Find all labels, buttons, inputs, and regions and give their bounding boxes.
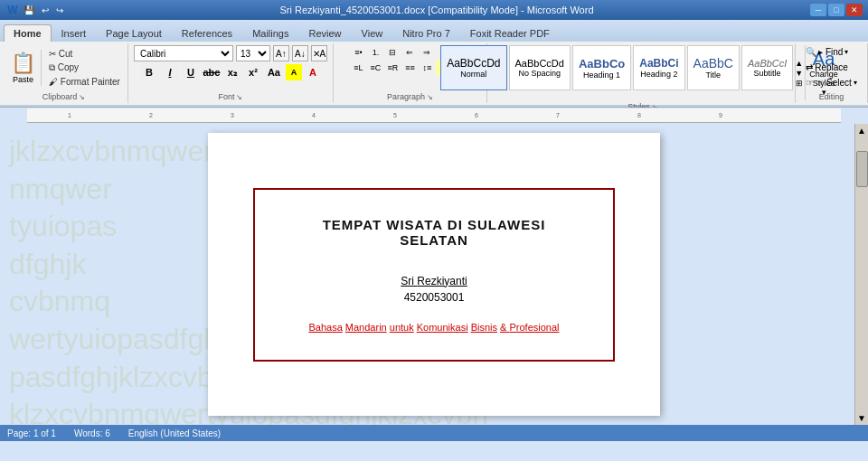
select-button[interactable]: ☞ ☞ Select ▾ [802,76,861,89]
minimize-button[interactable]: ─ [810,4,826,16]
tab-review[interactable]: Review [298,24,351,42]
styles-group: AaBbCcDd Normal AaBbCcDd No Spacing AaBb… [487,43,796,103]
subtitle-part-6: Profesional [509,322,559,333]
document-area[interactable]: jklzxcvbnmqwertyuiopasdfghjklzxcvb nmqwe… [0,124,868,425]
align-left-button[interactable]: ≡L [350,61,366,75]
quick-access-toolbar: 💾↩↪ [24,5,63,15]
horizontal-ruler: 1 2 3 4 5 6 7 8 9 [27,108,841,123]
highlight-color-button[interactable]: A [286,64,302,80]
justify-button[interactable]: ≡≡ [401,61,418,75]
style-title-preview: AaBbC [693,56,733,71]
document-page: TEMPAT WISATA DI SULAWESI SELATAN Sri Re… [208,133,660,416]
paste-icon: 📋 [11,52,35,75]
multilevel-button[interactable]: ⊟ [384,45,401,60]
italic-button[interactable]: I [161,63,179,81]
scrollbar-thumb[interactable] [856,151,868,187]
tab-insert[interactable]: Insert [52,24,97,42]
shrink-font-button[interactable]: A↓ [292,45,308,61]
ruler-area: 1 2 3 4 5 6 7 8 9 [0,108,868,124]
paragraph-expand-icon[interactable]: ↘ [427,93,433,101]
style-normal[interactable]: AaBbCcDd Normal [440,45,506,90]
font-expand-icon[interactable]: ↘ [236,93,242,101]
status-words: Words: 6 [74,428,110,438]
replace-button[interactable]: ⇄ Replace [802,61,852,74]
style-nospace-preview: AaBbCcDd [515,58,564,69]
find-arrow-icon: ▾ [844,48,848,56]
paste-button[interactable]: 📋 Paste [5,50,42,86]
tab-references[interactable]: References [172,24,242,42]
style-h1-preview: AaBbCo [579,57,625,71]
replace-icon: ⇄ [806,62,813,72]
font-row2: B I U abc x₂ x² Aa A A [140,63,321,81]
clear-format-button[interactable]: ✕A [311,45,327,61]
style-title[interactable]: AaBbC Title [687,45,740,90]
paste-label: Paste [13,75,33,84]
superscript-button[interactable]: x² [244,63,262,81]
tab-foxit[interactable]: Foxit Reader PDF [460,24,560,42]
decrease-indent-button[interactable]: ⇐ [401,45,418,60]
scroll-up-button[interactable]: ▲ [855,124,868,137]
font-color-button[interactable]: A [305,64,321,80]
select-label: ☞ Select [816,78,852,88]
close-button[interactable]: ✕ [846,4,863,16]
scroll-down-button[interactable]: ▼ [855,411,868,425]
editing-label: Editing [819,92,844,101]
grow-font-button[interactable]: A↑ [273,45,289,61]
tab-nitro[interactable]: Nitro Pro 7 [392,24,460,42]
increase-indent-button[interactable]: ⇒ [419,45,435,60]
change-case-button[interactable]: Aa [265,63,283,81]
subscript-button[interactable]: x₂ [223,63,241,81]
font-label: Font [218,92,234,101]
find-button[interactable]: 🔍 ▸ Find ▾ [802,45,852,59]
align-right-button[interactable]: ≡R [384,61,401,75]
bullets-button[interactable]: ≡• [350,45,366,60]
status-page: Page: 1 of 1 [7,428,56,438]
tab-home[interactable]: Home [4,24,52,42]
font-row1: Calibri 13 A↑ A↓ ✕A [134,45,327,61]
styles-gallery: AaBbCcDd Normal AaBbCcDd No Spacing AaBb… [440,45,793,100]
status-language: English (United States) [128,428,221,438]
tab-mailings[interactable]: Mailings [242,24,298,42]
window-title: Sri Rezkiyanti_4520053001.docx [Compatib… [63,5,810,15]
style-heading2[interactable]: AaBbCi Heading 2 [633,45,684,90]
bold-button[interactable]: B [140,63,158,81]
vertical-scrollbar[interactable]: ▲ ▼ [854,124,868,425]
paragraph-label: Paragraph [387,92,425,101]
style-subtitle-preview: AaBbCcI [748,58,787,69]
style-h1-label: Heading 1 [583,71,620,80]
line-spacing-button[interactable]: ↕≡ [419,61,435,75]
author-prefix: Sri [401,275,417,287]
tab-row: Home Insert Page Layout References Maili… [0,20,868,42]
align-center-button[interactable]: ≡C [367,61,383,75]
window-controls: ─ □ ✕ [810,4,863,16]
style-no-spacing[interactable]: AaBbCcDd No Spacing [509,45,571,90]
subtitle-part-1: Bahasa [308,322,342,333]
style-h2-label: Heading 2 [640,70,677,79]
style-h2-preview: AaBbCi [639,57,678,70]
style-heading1[interactable]: AaBbCo Heading 1 [572,45,631,90]
underline-button[interactable]: U [182,63,200,81]
style-subtitle-label: Subtitle [754,69,781,78]
numbering-button[interactable]: 1. [367,45,383,60]
app-icon: W [5,3,20,17]
copy-button[interactable]: ⧉ Copy [47,61,122,74]
strikethrough-button[interactable]: abc [203,63,221,81]
subtitle-part-4: Komunikasi [417,322,468,333]
status-bar: Page: 1 of 1 Words: 6 English (United St… [0,425,868,441]
format-painter-button[interactable]: 🖌 Format Painter [47,76,122,88]
subtitle-part-2: Mandarin [345,322,387,333]
maximize-button[interactable]: □ [828,4,844,16]
font-size-select[interactable]: 13 [236,45,270,61]
replace-label: Replace [815,62,848,72]
ribbon: Home Insert Page Layout References Maili… [0,20,868,108]
select-icon: ☞ [806,78,814,88]
author-underline: Rezkiyanti [417,275,467,287]
tab-view[interactable]: View [352,24,393,42]
subtitle-part-3: untuk [390,322,414,333]
style-subtitle[interactable]: AaBbCcI Subtitle [741,45,793,90]
font-name-select[interactable]: Calibri [134,45,233,61]
cut-button[interactable]: ✂ Cut [47,48,122,60]
tab-page-layout[interactable]: Page Layout [96,24,172,42]
style-nospace-label: No Spacing [518,69,561,78]
clipboard-expand-icon[interactable]: ↘ [79,93,85,101]
